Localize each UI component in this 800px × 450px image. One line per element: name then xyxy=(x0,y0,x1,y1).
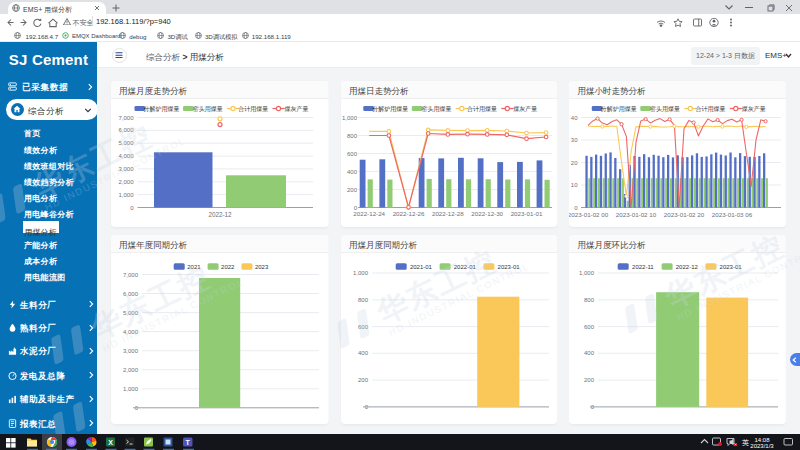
svg-text:2023/1/3: 2023/1/3 xyxy=(750,443,774,449)
svg-text:T: T xyxy=(186,439,191,446)
svg-text:X: X xyxy=(108,439,113,446)
svg-text:英: 英 xyxy=(742,439,749,447)
svg-text:14:08: 14:08 xyxy=(754,437,770,443)
